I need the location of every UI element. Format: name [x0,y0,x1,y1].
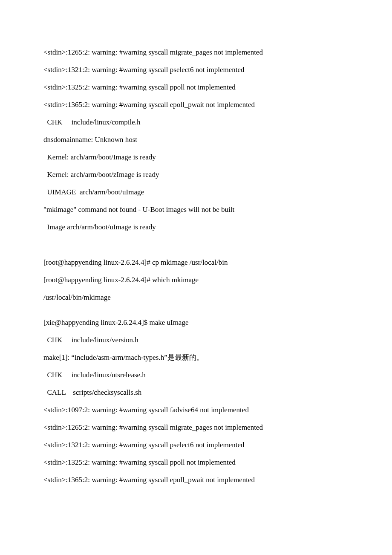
terminal-line: <stdin>:1321:2: warning: #warning syscal… [43,66,349,73]
section-gap [43,241,349,259]
terminal-line: [xie@happyending linux-2.6.24.4]$ make u… [43,319,349,326]
terminal-line: <stdin>:1265:2: warning: #warning syscal… [43,424,349,431]
terminal-line: [root@happyending linux-2.6.24.4]# cp mk… [43,259,349,266]
terminal-line: make[1]: “include/asm-arm/mach-types.h”是… [43,354,349,361]
terminal-line: dnsdomainname: Unknown host [43,136,349,143]
terminal-line: <stdin>:1365:2: warning: #warning syscal… [43,476,349,483]
terminal-line: Kernel: arch/arm/boot/zImage is ready [43,171,349,178]
terminal-line: <stdin>:1325:2: warning: #warning syscal… [43,84,349,91]
section-gap [43,311,349,319]
terminal-line: CALL scripts/checksyscalls.sh [43,389,349,396]
terminal-line: <stdin>:1365:2: warning: #warning syscal… [43,101,349,108]
terminal-line: CHK include/linux/version.h [43,336,349,344]
terminal-line: "mkimage" command not found - U-Boot ima… [43,206,349,213]
terminal-line: [root@happyending linux-2.6.24.4]# which… [43,276,349,283]
terminal-line: <stdin>:1097:2: warning: #warning syscal… [43,406,349,413]
terminal-line: Image arch/arm/boot/uImage is ready [43,223,349,231]
terminal-line: CHK include/linux/utsrelease.h [43,371,349,379]
terminal-line: /usr/local/bin/mkimage [43,294,349,301]
terminal-line: UIMAGE arch/arm/boot/uImage [43,188,349,196]
terminal-line: CHK include/linux/compile.h [43,119,349,126]
terminal-line: <stdin>:1325:2: warning: #warning syscal… [43,459,349,466]
terminal-line: <stdin>:1321:2: warning: #warning syscal… [43,441,349,448]
terminal-line: <stdin>:1265:2: warning: #warning syscal… [43,49,349,56]
terminal-line: Kernel: arch/arm/boot/Image is ready [43,153,349,161]
